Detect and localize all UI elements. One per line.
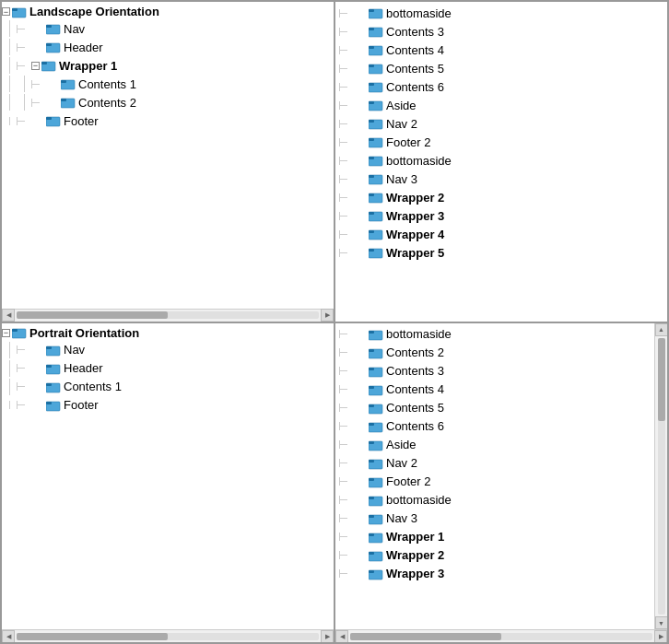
- folder-icon: [369, 172, 383, 185]
- node-label: Aside: [386, 438, 417, 451]
- scroll-left-arrow[interactable]: ◀: [335, 630, 348, 643]
- svg-rect-73: [46, 383, 52, 386]
- tree-row[interactable]: Nav: [2, 19, 334, 38]
- tree-row[interactable]: Contents 6: [335, 77, 667, 96]
- tree-row[interactable]: bottomaside: [335, 491, 654, 509]
- node-label: Header: [64, 361, 103, 375]
- scroll-left-arrow[interactable]: ◀: [2, 309, 15, 322]
- scrollbar-thumb[interactable]: [658, 338, 665, 421]
- folder-icon: [46, 114, 61, 127]
- bottom-left-panel: − Portrait Orientation: [1, 322, 334, 644]
- scrollbar-thumb[interactable]: [17, 633, 168, 640]
- tree-row[interactable]: Contents 4: [335, 381, 654, 399]
- tree-row[interactable]: Footer 2: [335, 473, 654, 491]
- folder-icon: [46, 399, 61, 412]
- tree-row[interactable]: Aside: [335, 96, 667, 114]
- tree-row[interactable]: Wrapper 3: [335, 565, 654, 583]
- folder-icon: [369, 365, 383, 378]
- scroll-up-arrow[interactable]: ▲: [655, 323, 668, 336]
- horizontal-scrollbar[interactable]: ◀ ▶: [2, 309, 334, 322]
- node-label: Nav 2: [386, 456, 417, 470]
- tree-row[interactable]: Footer: [2, 396, 334, 415]
- top-right-tree-area: bottomaside Contents 3: [335, 2, 667, 322]
- scrollbar-track[interactable]: [350, 633, 652, 640]
- tree-row[interactable]: Nav 3: [335, 170, 667, 188]
- tree-row[interactable]: Nav 2: [335, 454, 654, 473]
- tree-row[interactable]: − Portrait Orientation: [2, 325, 334, 341]
- tree-row[interactable]: Contents 4: [335, 41, 667, 59]
- scrollbar-thumb[interactable]: [350, 633, 501, 640]
- tree-row[interactable]: bottomaside: [335, 4, 667, 22]
- tree-row[interactable]: Wrapper 3: [335, 206, 667, 225]
- node-label: Nav 3: [386, 511, 417, 525]
- main-container: − Landscape Orientation: [0, 0, 669, 644]
- folder-icon: [12, 326, 27, 339]
- horizontal-scrollbar[interactable]: ◀ ▶: [2, 629, 334, 642]
- scroll-right-arrow[interactable]: ▶: [654, 630, 667, 643]
- folder-icon: [46, 344, 61, 357]
- tree-row[interactable]: Wrapper 4: [335, 225, 667, 243]
- svg-rect-67: [46, 346, 52, 349]
- tree-row[interactable]: Footer 2: [335, 133, 667, 151]
- svg-rect-85: [369, 368, 374, 370]
- folder-icon: [369, 439, 383, 451]
- bottom-right-tree-area: bottomaside Contents 2: [335, 323, 654, 630]
- tree-row[interactable]: Wrapper 2: [335, 546, 654, 565]
- scroll-right-arrow[interactable]: ▶: [321, 309, 334, 322]
- svg-rect-46: [369, 157, 374, 159]
- folder-icon: [369, 246, 383, 259]
- tree-row[interactable]: Contents 2: [335, 344, 654, 362]
- tree-row[interactable]: Nav 2: [335, 114, 667, 133]
- tree-row[interactable]: Wrapper 5: [335, 243, 667, 262]
- scroll-down-arrow[interactable]: ▼: [655, 616, 668, 629]
- svg-rect-97: [369, 441, 374, 444]
- tree-row[interactable]: Wrapper 2: [335, 188, 667, 206]
- node-label: Nav: [64, 343, 85, 357]
- tree-row[interactable]: bottomaside: [335, 151, 667, 170]
- tree-row[interactable]: Header: [2, 359, 334, 378]
- horizontal-scrollbar[interactable]: ◀ ▶: [335, 629, 667, 642]
- tree-row[interactable]: Contents 5: [335, 59, 667, 77]
- tree-row[interactable]: Contents 1: [2, 75, 334, 93]
- vertical-scrollbar[interactable]: ▲ ▼: [654, 323, 667, 630]
- tree-row[interactable]: Nav: [2, 341, 334, 359]
- node-label: Wrapper 1: [59, 59, 117, 73]
- tree-row[interactable]: Footer: [2, 111, 334, 130]
- tree-row[interactable]: Wrapper 1: [335, 528, 654, 546]
- svg-rect-4: [46, 25, 52, 28]
- node-label: Contents 1: [78, 77, 136, 91]
- tree-row[interactable]: Aside: [335, 436, 654, 454]
- tree-row[interactable]: − Wrapper 1: [2, 56, 334, 75]
- node-label: Contents 4: [386, 382, 444, 396]
- folder-icon: [369, 209, 383, 222]
- tree-row[interactable]: Contents 3: [335, 362, 654, 381]
- scrollbar-track[interactable]: [17, 311, 319, 319]
- collapse-icon[interactable]: −: [31, 62, 40, 70]
- tree-row[interactable]: Contents 1: [2, 378, 334, 396]
- node-label: Wrapper 1: [386, 530, 444, 544]
- scrollbar-track[interactable]: [17, 633, 319, 640]
- tree-row[interactable]: Contents 6: [335, 417, 654, 436]
- scrollbar-thumb[interactable]: [17, 311, 168, 319]
- tree-row[interactable]: Contents 5: [335, 399, 654, 417]
- top-left-panel: − Landscape Orientation: [1, 1, 334, 322]
- scroll-left-arrow[interactable]: ◀: [2, 630, 15, 643]
- tree-row[interactable]: Contents 2: [2, 93, 334, 111]
- collapse-icon[interactable]: −: [2, 7, 10, 16]
- svg-rect-31: [369, 64, 374, 67]
- node-label: Contents 3: [386, 364, 444, 378]
- collapse-icon[interactable]: −: [2, 329, 10, 337]
- folder-icon: [369, 549, 383, 562]
- svg-rect-52: [369, 193, 374, 196]
- tree-row[interactable]: Contents 3: [335, 22, 667, 41]
- tree-row[interactable]: − Landscape Orientation: [2, 4, 334, 19]
- svg-rect-49: [369, 175, 374, 178]
- scroll-right-arrow[interactable]: ▶: [321, 630, 334, 643]
- svg-rect-61: [369, 249, 374, 252]
- tree-row[interactable]: Header: [2, 38, 334, 56]
- bottom-left-tree-area: − Portrait Orientation: [2, 323, 334, 643]
- tree-row[interactable]: bottomaside: [335, 325, 654, 344]
- node-label: Wrapper 2: [386, 191, 444, 205]
- scrollbar-track[interactable]: [658, 338, 665, 615]
- tree-row[interactable]: Nav 3: [335, 509, 654, 528]
